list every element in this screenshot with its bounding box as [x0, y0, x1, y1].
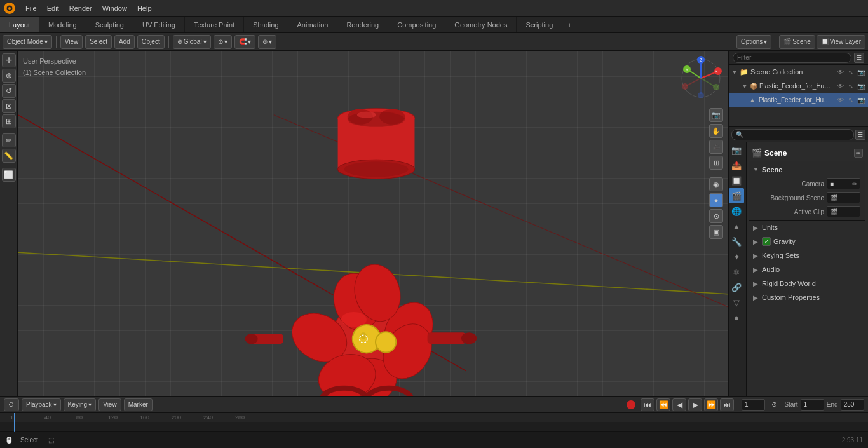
- end-frame-field[interactable]: 250: [841, 399, 864, 411]
- view-layer-selector[interactable]: 🔲 View Layer: [817, 35, 865, 49]
- play-btn[interactable]: ▶: [688, 398, 702, 411]
- annotate-tool[interactable]: ✏: [2, 133, 16, 147]
- outliner-search[interactable]: [733, 53, 851, 63]
- item-0-view[interactable]: 👁: [836, 83, 845, 90]
- outliner-item-0[interactable]: ▼ 📦 Plastic_Feeder_for_Humming 👁 ↖ 📷: [729, 79, 868, 93]
- props-filter-btn[interactable]: ☰: [855, 130, 865, 140]
- menu-render[interactable]: Render: [64, 3, 97, 13]
- background-scene-value[interactable]: 🎬: [827, 192, 860, 203]
- overlay-btn[interactable]: ⊙: [709, 209, 723, 223]
- outliner-restrict-render[interactable]: 📷: [857, 69, 865, 76]
- timeline-view-btn[interactable]: View: [98, 398, 121, 411]
- prop-tab-physics[interactable]: ⚛: [729, 264, 744, 280]
- record-btn[interactable]: [627, 400, 635, 409]
- tab-sculpting[interactable]: Sculpting: [86, 17, 133, 32]
- render-overlay-btn[interactable]: ⊞: [709, 156, 723, 170]
- proportional-btn[interactable]: ⊙ ▾: [258, 35, 276, 49]
- tab-animation[interactable]: Animation: [288, 17, 338, 32]
- prop-tab-render[interactable]: 📷: [729, 142, 744, 158]
- viewport-gizmo[interactable]: X Y Z: [679, 56, 723, 100]
- tab-uv-editing[interactable]: UV Editing: [133, 17, 185, 32]
- add-menu[interactable]: Add: [114, 35, 135, 49]
- tab-shading[interactable]: Shading: [244, 17, 288, 32]
- tab-texture-paint[interactable]: Texture Paint: [185, 17, 244, 32]
- move-tool[interactable]: ⊕: [2, 69, 16, 83]
- play-reverse-btn[interactable]: ◀: [672, 398, 686, 411]
- outliner-item-1[interactable]: ▲ Plastic_Feeder_for_Hummingb 👁 ↖ 📷: [729, 93, 868, 107]
- keying-btn[interactable]: Keying ▾: [64, 398, 97, 411]
- prop-tab-scene[interactable]: 🎬: [729, 188, 744, 203]
- menu-file[interactable]: File: [20, 3, 42, 13]
- prev-keyframe-btn[interactable]: ⏪: [656, 398, 670, 411]
- prop-tab-view-layer[interactable]: 🔲: [729, 173, 744, 188]
- hand-tool-btn[interactable]: ✋: [709, 124, 723, 138]
- outliner-scene-collection[interactable]: ▼ 📁 Scene Collection 👁 ↖ 📷: [729, 65, 868, 79]
- marker-btn[interactable]: Marker: [124, 398, 153, 411]
- keying-sets-category[interactable]: ▶ Keying Sets: [749, 248, 865, 262]
- menu-help[interactable]: Help: [132, 3, 157, 13]
- camera-edit-btn[interactable]: ✏: [852, 180, 857, 187]
- camera-tool-btn[interactable]: 🎥: [709, 140, 723, 154]
- item-1-view[interactable]: 👁: [836, 97, 845, 104]
- item-1-select[interactable]: ↖: [846, 97, 855, 104]
- scene-name-edit-btn[interactable]: ✏: [854, 149, 863, 158]
- tab-geometry-nodes[interactable]: Geometry Nodes: [445, 17, 517, 32]
- xray-btn[interactable]: ▣: [709, 225, 723, 239]
- camera-view-btn[interactable]: 📷: [709, 108, 723, 122]
- 3d-viewport[interactable]: User Perspective (1) Scene Collection X …: [18, 51, 728, 396]
- custom-properties-category[interactable]: ▶ Custom Properties: [749, 290, 865, 304]
- next-keyframe-btn[interactable]: ⏩: [704, 398, 718, 411]
- select-menu[interactable]: Select: [85, 35, 112, 49]
- props-search-input[interactable]: [731, 129, 854, 140]
- camera-value[interactable]: ■ ✏: [827, 178, 860, 189]
- current-frame-field[interactable]: 1: [742, 399, 765, 411]
- playback-btn[interactable]: Playback ▾: [22, 398, 61, 411]
- add-workspace-btn[interactable]: +: [562, 20, 576, 30]
- prop-tab-constraints[interactable]: 🔗: [729, 280, 744, 295]
- menu-edit[interactable]: Edit: [42, 3, 64, 13]
- options-btn[interactable]: Options ▾: [736, 35, 771, 49]
- audio-category[interactable]: ▶ Audio: [749, 262, 865, 276]
- rigid-body-world-category[interactable]: ▶ Rigid Body World: [749, 276, 865, 290]
- prop-tab-object[interactable]: ▲: [729, 219, 744, 234]
- prop-tab-world[interactable]: 🌐: [729, 203, 744, 219]
- start-frame-field[interactable]: 1: [801, 399, 824, 411]
- tab-rendering[interactable]: Rendering: [337, 17, 388, 32]
- transform-tool[interactable]: ⊞: [2, 114, 16, 128]
- transform-selector[interactable]: ⊕ Global ▾: [173, 35, 211, 49]
- tab-compositing[interactable]: Compositing: [388, 17, 445, 32]
- prop-tab-object-data[interactable]: ▽: [729, 295, 744, 310]
- timeline-track-area[interactable]: 1 40 80 120 160 200 240 280: [0, 413, 868, 431]
- jump-start-btn[interactable]: ⏮: [641, 398, 654, 411]
- tab-layout[interactable]: Layout: [0, 17, 39, 32]
- prop-tab-material[interactable]: ●: [729, 310, 744, 325]
- add-cube-tool[interactable]: ⬜: [2, 168, 16, 182]
- cursor-tool[interactable]: ✛: [2, 53, 16, 67]
- outliner-restrict-view[interactable]: 👁: [836, 69, 845, 76]
- tab-modeling[interactable]: Modeling: [39, 17, 86, 32]
- menu-window[interactable]: Window: [97, 3, 132, 13]
- prop-tab-modifier[interactable]: 🔧: [729, 234, 744, 249]
- scene-subsection-header[interactable]: ▼ Scene: [753, 163, 862, 177]
- rotate-tool[interactable]: ↺: [2, 84, 16, 98]
- prop-tab-particles[interactable]: ✦: [729, 249, 744, 264]
- display-mode-btn[interactable]: ◉: [709, 177, 723, 191]
- item-0-render[interactable]: 📷: [857, 83, 865, 90]
- units-category[interactable]: ▶ Units: [749, 221, 865, 234]
- view-menu[interactable]: View: [60, 35, 83, 49]
- jump-end-btn[interactable]: ⏭: [720, 398, 734, 411]
- scene-selector[interactable]: 🎬 Scene: [779, 35, 815, 49]
- pivot-selector[interactable]: ⊙ ▾: [214, 35, 232, 49]
- item-0-select[interactable]: ↖: [846, 83, 855, 90]
- outliner-filter-btn[interactable]: ☰: [854, 53, 864, 63]
- outliner-restrict-select[interactable]: ↖: [846, 69, 855, 76]
- tab-scripting[interactable]: Scripting: [517, 17, 562, 32]
- gravity-checkbox[interactable]: ✓: [762, 237, 771, 246]
- object-menu[interactable]: Object: [137, 35, 165, 49]
- measure-tool[interactable]: 📏: [2, 149, 16, 163]
- prop-tab-output[interactable]: 📤: [729, 158, 744, 173]
- shading-btn[interactable]: ●: [709, 193, 723, 207]
- active-clip-value[interactable]: 🎬: [827, 206, 860, 217]
- timeline-mode-btn[interactable]: ⏱: [4, 398, 19, 411]
- scale-tool[interactable]: ⊠: [2, 99, 16, 113]
